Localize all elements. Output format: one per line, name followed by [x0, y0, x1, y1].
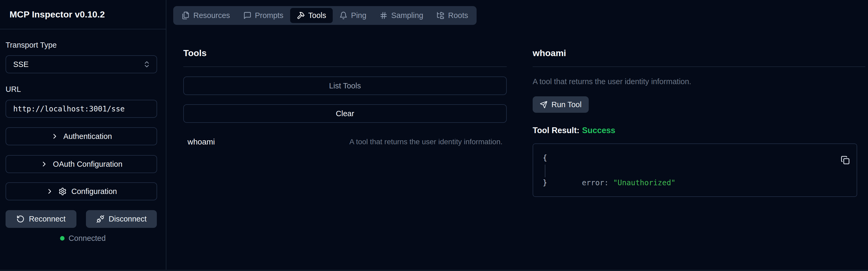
tool-list-item-whoami[interactable]: whoami A tool that returns the user iden… [183, 134, 507, 150]
main-tabbar: Resources Prompts Tools Ping Sampling [173, 6, 476, 25]
connection-status: Connected [0, 234, 166, 243]
copy-icon [841, 156, 850, 164]
tab-roots-label: Roots [448, 11, 468, 20]
gear-icon [58, 187, 67, 195]
oauth-configuration-collapsible[interactable]: OAuth Configuration [5, 155, 157, 173]
tab-sampling-label: Sampling [391, 11, 423, 20]
disconnect-label: Disconnect [109, 215, 147, 223]
rotate-ccw-icon [17, 215, 25, 223]
configuration-collapsible[interactable]: Configuration [5, 182, 157, 200]
send-icon [540, 101, 548, 109]
oauth-configuration-label: OAuth Configuration [53, 160, 122, 169]
sidebar-header: MCP Inspector v0.10.2 [0, 0, 166, 29]
tab-ping-label: Ping [351, 11, 366, 20]
reconnect-button[interactable]: Reconnect [5, 210, 76, 228]
tab-tools-label: Tools [308, 11, 327, 20]
json-close-brace: } [543, 177, 547, 189]
files-icon [182, 11, 190, 20]
chevron-right-icon [46, 187, 54, 195]
transport-type-label: Transport Type [5, 40, 57, 50]
tools-panel-heading: Tools [183, 48, 207, 58]
tools-panel-divider [183, 66, 507, 67]
run-tool-button[interactable]: Run Tool [533, 96, 589, 113]
tab-resources-label: Resources [193, 11, 230, 20]
clear-button[interactable]: Clear [183, 104, 507, 123]
authentication-collapsible[interactable]: Authentication [5, 127, 157, 145]
tab-ping[interactable]: Ping [333, 8, 373, 23]
tool-detail-heading: whoami [533, 48, 566, 58]
tab-tools[interactable]: Tools [290, 8, 333, 23]
hammer-icon [297, 11, 305, 20]
chevrons-up-down-icon [143, 60, 151, 68]
url-label: URL [5, 85, 21, 94]
chevron-right-icon [51, 132, 59, 140]
tab-prompts[interactable]: Prompts [237, 8, 290, 23]
tab-roots[interactable]: Roots [430, 8, 475, 23]
app-title: MCP Inspector v0.10.2 [9, 9, 105, 20]
tool-result-label: Tool Result: [533, 126, 580, 135]
run-tool-label: Run Tool [551, 100, 582, 109]
reconnect-label: Reconnect [29, 215, 66, 223]
tool-result-line: Tool Result:Success [533, 125, 615, 136]
mcp-inspector-window: MCP Inspector v0.10.2 Transport Type SSE… [0, 0, 868, 271]
tab-resources[interactable]: Resources [175, 8, 237, 23]
message-square-icon [243, 11, 251, 20]
tool-detail-description: A tool that returns the user identity in… [533, 77, 691, 86]
transport-type-selected-value: SSE [13, 60, 29, 69]
chevron-right-icon [40, 160, 48, 168]
disconnect-button[interactable]: Disconnect [86, 210, 157, 228]
tab-sampling[interactable]: Sampling [373, 8, 430, 23]
tool-result-status: Success [582, 126, 615, 135]
folder-tree-icon [436, 11, 444, 20]
tool-detail-divider [533, 66, 865, 67]
copy-json-button[interactable] [841, 156, 850, 164]
connected-dot-icon [60, 236, 65, 241]
json-value: "Unauthorized" [613, 178, 676, 187]
json-open-brace: { [543, 152, 547, 164]
tool-result-json-block: { error: "Unauthorized" } [533, 144, 857, 197]
hash-icon [379, 11, 388, 20]
json-key: error: [582, 178, 609, 187]
transport-type-select[interactable]: SSE [5, 55, 157, 73]
horizontal-scrollbar-track[interactable] [0, 270, 868, 271]
authentication-label: Authentication [63, 132, 112, 141]
json-indent-guide [545, 164, 545, 177]
json-error-line: error: "Unauthorized" [555, 164, 676, 177]
tool-description: A tool that returns the user identity in… [349, 138, 502, 146]
url-input[interactable] [5, 100, 157, 118]
configuration-label: Configuration [71, 187, 117, 196]
bell-icon [339, 11, 347, 20]
connection-status-label: Connected [68, 234, 105, 243]
sidebar: MCP Inspector v0.10.2 Transport Type SSE… [0, 0, 166, 271]
tool-name: whoami [187, 137, 215, 146]
tab-prompts-label: Prompts [255, 11, 283, 20]
list-tools-button[interactable]: List Tools [183, 77, 507, 95]
unplug-icon [96, 215, 104, 223]
